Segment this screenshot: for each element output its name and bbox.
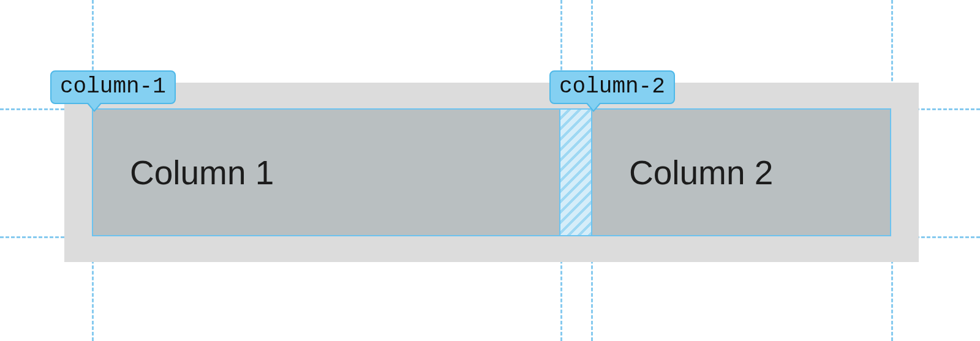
grid-track: column-1 Column 1 column-2 Column 2 [92,108,891,236]
tag-label: column-1 [60,74,166,99]
grid-cell-1: column-1 Column 1 [92,108,560,236]
grid-cell-2: column-2 Column 2 [591,108,891,236]
grid-container: column-1 Column 1 column-2 Column 2 [64,83,919,262]
tag-label: column-2 [559,74,665,99]
grid-line-tag-2: column-2 [549,70,675,104]
cell-label: Column 1 [130,153,274,192]
cell-label: Column 2 [629,153,773,192]
grid-line-tag-1: column-1 [50,70,176,104]
grid-gap-hatch [560,108,591,236]
